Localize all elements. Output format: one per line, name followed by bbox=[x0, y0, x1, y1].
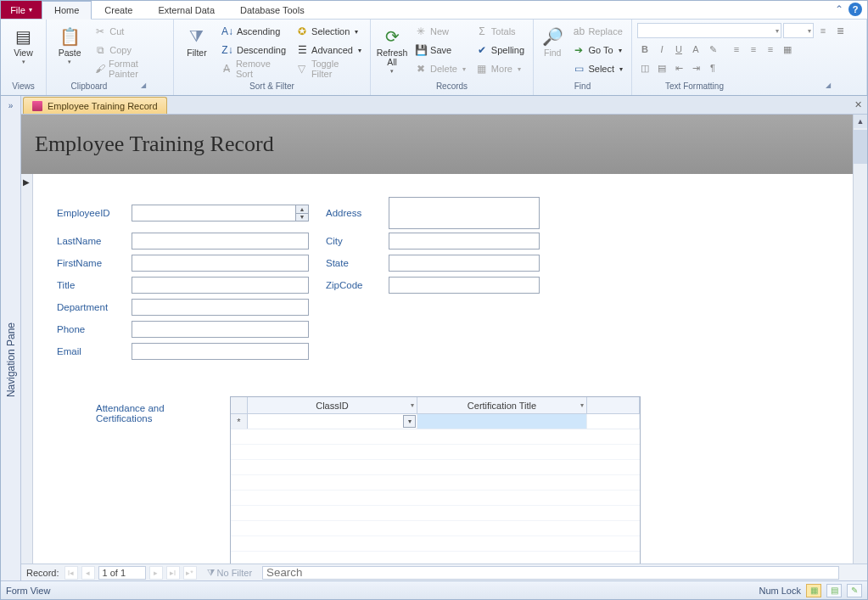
record-search-input[interactable] bbox=[262, 566, 839, 580]
funnel-icon: ⧩ bbox=[185, 25, 209, 48]
remove-sort-button[interactable]: A̶Remove Sort bbox=[218, 60, 289, 77]
close-document-button[interactable]: ✕ bbox=[852, 98, 864, 110]
label-lastname: LastName bbox=[57, 236, 132, 246]
email-field[interactable] bbox=[132, 343, 309, 360]
layout-view-button[interactable]: ▤ bbox=[826, 584, 842, 597]
form-icon bbox=[32, 101, 42, 111]
replace-button[interactable]: abReplace bbox=[569, 23, 626, 40]
classid-cell[interactable]: ▾ bbox=[248, 414, 417, 429]
descending-button[interactable]: Z↓Descending bbox=[218, 42, 289, 59]
align-left-button[interactable]: ≡ bbox=[729, 42, 744, 57]
find-button[interactable]: 🔎 Find bbox=[539, 23, 566, 58]
tab-external-data[interactable]: External Data bbox=[145, 1, 227, 19]
record-selector[interactable]: ▶ bbox=[21, 174, 33, 564]
vertical-scrollbar[interactable]: ▲ bbox=[853, 115, 867, 564]
align-center-button[interactable]: ≡ bbox=[746, 42, 761, 57]
address-field[interactable] bbox=[389, 197, 540, 229]
refresh-all-button[interactable]: ⟳ Refresh All ▾ bbox=[376, 23, 408, 75]
phone-field[interactable] bbox=[132, 321, 309, 338]
save-record-button[interactable]: 💾Save bbox=[412, 42, 469, 59]
file-tab[interactable]: File ▾ bbox=[1, 1, 42, 19]
bold-button[interactable]: B bbox=[637, 42, 652, 57]
funnel-icon: ⧩ bbox=[207, 567, 215, 578]
more-button[interactable]: ▦More▾ bbox=[473, 60, 528, 77]
title-field[interactable] bbox=[132, 277, 309, 294]
dialog-launcher-icon[interactable]: ◢ bbox=[826, 81, 833, 95]
tab-home[interactable]: Home bbox=[42, 1, 92, 20]
department-field[interactable] bbox=[132, 299, 309, 316]
delete-record-button[interactable]: ✖Delete▾ bbox=[412, 60, 469, 77]
subform-new-row[interactable]: * ▾ bbox=[231, 414, 640, 429]
document-tab[interactable]: Employee Training Record bbox=[23, 97, 167, 114]
employeeid-spinner[interactable]: ▲ ▼ bbox=[295, 205, 308, 221]
record-position-box[interactable]: 1 of 1 bbox=[98, 566, 146, 580]
dialog-launcher-icon[interactable]: ◢ bbox=[141, 81, 148, 95]
font-size-select[interactable]: ▾ bbox=[783, 23, 814, 38]
tab-database-tools[interactable]: Database Tools bbox=[227, 1, 317, 19]
toggle-filter-button[interactable]: ▽Toggle Filter bbox=[293, 60, 365, 77]
underline-button[interactable]: U bbox=[671, 42, 686, 57]
certtitle-cell[interactable] bbox=[417, 414, 587, 429]
next-record-button[interactable]: ▸ bbox=[149, 566, 163, 580]
navigation-pane-collapsed[interactable]: » Navigation Pane bbox=[1, 96, 21, 580]
minimize-ribbon-icon[interactable]: ⌃ bbox=[835, 3, 843, 15]
cut-button[interactable]: ✂Cut bbox=[91, 23, 168, 40]
advanced-icon: ☰ bbox=[296, 44, 308, 56]
col-header-classid[interactable]: ClassID▾ bbox=[248, 397, 417, 413]
align-right-button[interactable]: ≡ bbox=[763, 42, 778, 57]
advanced-button[interactable]: ☰Advanced▾ bbox=[293, 42, 365, 59]
numbering-icon[interactable]: ≣ bbox=[832, 23, 848, 38]
design-view-button[interactable]: ✎ bbox=[847, 584, 862, 597]
decrease-indent-button[interactable]: ⇤ bbox=[671, 60, 686, 76]
new-record-button[interactable]: ✳New bbox=[412, 23, 469, 40]
replace-icon: ab bbox=[573, 25, 585, 37]
state-field[interactable] bbox=[389, 255, 540, 272]
filter-button[interactable]: ⧩ Filter bbox=[179, 23, 215, 58]
new-record-nav-button[interactable]: ▸* bbox=[183, 566, 197, 580]
totals-button[interactable]: ΣTotals bbox=[473, 23, 528, 40]
font-color-button[interactable]: A bbox=[688, 42, 703, 57]
spelling-button[interactable]: ✔Spelling bbox=[473, 42, 528, 59]
text-direction-button[interactable]: ¶ bbox=[705, 60, 720, 76]
format-painter-button[interactable]: 🖌Format Painter bbox=[91, 60, 168, 77]
help-icon[interactable]: ? bbox=[848, 3, 862, 16]
subform-select-all[interactable] bbox=[231, 397, 248, 413]
increase-indent-button[interactable]: ⇥ bbox=[688, 60, 703, 76]
zipcode-field[interactable] bbox=[389, 277, 540, 294]
highlight-button[interactable]: ✎ bbox=[705, 42, 720, 57]
italic-button[interactable]: I bbox=[654, 42, 669, 57]
copy-button[interactable]: ⧉Copy bbox=[91, 42, 168, 59]
filter-status[interactable]: ⧩No Filter bbox=[207, 567, 253, 578]
spin-down-icon[interactable]: ▼ bbox=[295, 214, 308, 221]
city-field[interactable] bbox=[389, 233, 540, 250]
col-certtitle-label: Certification Title bbox=[468, 401, 536, 411]
spin-up-icon[interactable]: ▲ bbox=[295, 205, 308, 214]
selection-button[interactable]: ✪Selection▾ bbox=[293, 23, 365, 40]
expand-navpane-icon[interactable]: » bbox=[8, 96, 14, 110]
fill-color-button[interactable]: ◫ bbox=[637, 60, 652, 76]
bullets-icon[interactable]: ≡ bbox=[815, 23, 831, 38]
select-button[interactable]: ▭Select▾ bbox=[569, 60, 626, 77]
gridlines-button[interactable]: ▦ bbox=[780, 42, 795, 57]
paste-button[interactable]: 📋 Paste ▾ bbox=[52, 23, 87, 65]
form-view-button[interactable]: ▦ bbox=[806, 584, 821, 597]
firstname-field[interactable] bbox=[132, 255, 309, 272]
employeeid-field[interactable] bbox=[132, 205, 309, 221]
dropdown-icon[interactable]: ▾ bbox=[403, 415, 416, 428]
prev-record-button[interactable]: ◂ bbox=[81, 566, 95, 580]
tab-create[interactable]: Create bbox=[92, 1, 145, 19]
last-record-button[interactable]: ▸I bbox=[166, 566, 180, 580]
dropdown-icon[interactable]: ▾ bbox=[411, 401, 414, 409]
lastname-field[interactable] bbox=[132, 233, 309, 250]
font-name-select[interactable]: ▾ bbox=[637, 23, 781, 38]
scroll-up-icon[interactable]: ▲ bbox=[854, 115, 867, 128]
ascending-button[interactable]: A↓Ascending bbox=[218, 23, 289, 40]
alternate-row-button[interactable]: ▤ bbox=[654, 60, 669, 76]
view-button[interactable]: ▤ View ▾ bbox=[6, 23, 41, 65]
form-title: Employee Training Record bbox=[35, 132, 274, 157]
col-header-certtitle[interactable]: Certification Title▾ bbox=[417, 397, 587, 413]
first-record-button[interactable]: I◂ bbox=[64, 566, 78, 580]
dropdown-icon[interactable]: ▾ bbox=[580, 401, 584, 409]
scroll-thumb[interactable] bbox=[854, 130, 867, 164]
goto-button[interactable]: ➔Go To▾ bbox=[569, 42, 626, 59]
